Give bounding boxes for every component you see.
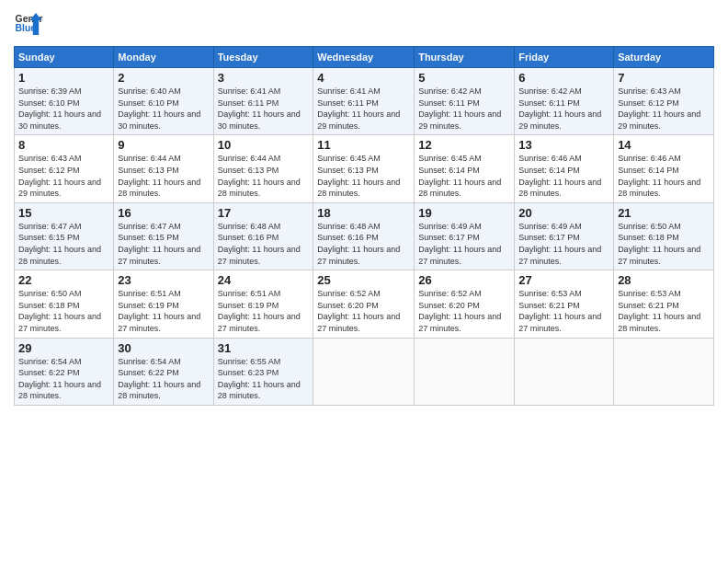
calendar-cell: 17Sunrise: 6:48 AMSunset: 6:16 PMDayligh… (213, 202, 313, 270)
day-info: Sunrise: 6:46 AMSunset: 6:14 PMDaylight:… (518, 153, 609, 199)
page-header: General Blue (14, 9, 714, 39)
day-number: 2 (118, 71, 209, 85)
calendar-cell: 28Sunrise: 6:53 AMSunset: 6:21 PMDayligh… (614, 270, 714, 338)
calendar-cell: 8Sunrise: 6:43 AMSunset: 6:12 PMDaylight… (15, 135, 114, 202)
day-number: 5 (418, 71, 510, 85)
day-info: Sunrise: 6:48 AMSunset: 6:16 PMDaylight:… (317, 221, 410, 267)
day-info: Sunrise: 6:53 AMSunset: 6:21 PMDaylight:… (618, 288, 710, 334)
calendar-header: SundayMondayTuesdayWednesdayThursdayFrid… (15, 47, 714, 68)
calendar-week: 15Sunrise: 6:47 AMSunset: 6:15 PMDayligh… (15, 202, 714, 270)
calendar-cell: 23Sunrise: 6:51 AMSunset: 6:19 PMDayligh… (114, 270, 213, 338)
day-info: Sunrise: 6:54 AMSunset: 6:22 PMDaylight:… (18, 356, 109, 402)
day-info: Sunrise: 6:51 AMSunset: 6:19 PMDaylight:… (218, 288, 310, 334)
day-info: Sunrise: 6:41 AMSunset: 6:11 PMDaylight:… (218, 86, 310, 132)
calendar-cell: 14Sunrise: 6:46 AMSunset: 6:14 PMDayligh… (614, 135, 714, 202)
day-number: 14 (618, 138, 710, 152)
calendar-cell: 29Sunrise: 6:54 AMSunset: 6:22 PMDayligh… (15, 338, 114, 405)
calendar-cell: 26Sunrise: 6:52 AMSunset: 6:20 PMDayligh… (415, 270, 515, 338)
day-number: 11 (317, 138, 410, 152)
day-info: Sunrise: 6:39 AMSunset: 6:10 PMDaylight:… (18, 86, 109, 132)
calendar-week: 22Sunrise: 6:50 AMSunset: 6:18 PMDayligh… (15, 270, 714, 338)
day-info: Sunrise: 6:42 AMSunset: 6:11 PMDaylight:… (418, 86, 510, 132)
day-number: 10 (218, 138, 310, 152)
day-info: Sunrise: 6:44 AMSunset: 6:13 PMDaylight:… (118, 153, 209, 199)
day-info: Sunrise: 6:47 AMSunset: 6:15 PMDaylight:… (18, 221, 109, 267)
day-header: Wednesday (313, 47, 415, 68)
day-info: Sunrise: 6:47 AMSunset: 6:15 PMDaylight:… (118, 221, 209, 267)
day-number: 12 (418, 138, 510, 152)
day-info: Sunrise: 6:49 AMSunset: 6:17 PMDaylight:… (418, 221, 510, 267)
calendar-cell: 21Sunrise: 6:50 AMSunset: 6:18 PMDayligh… (614, 202, 714, 270)
logo-icon: General Blue (14, 9, 43, 39)
day-header: Monday (114, 47, 213, 68)
day-info: Sunrise: 6:45 AMSunset: 6:14 PMDaylight:… (418, 153, 510, 199)
day-number: 21 (618, 206, 710, 220)
calendar-cell: 12Sunrise: 6:45 AMSunset: 6:14 PMDayligh… (415, 135, 515, 202)
day-info: Sunrise: 6:48 AMSunset: 6:16 PMDaylight:… (218, 221, 310, 267)
day-number: 28 (618, 273, 710, 287)
calendar-cell: 19Sunrise: 6:49 AMSunset: 6:17 PMDayligh… (415, 202, 515, 270)
day-info: Sunrise: 6:42 AMSunset: 6:11 PMDaylight:… (518, 86, 609, 132)
day-number: 6 (518, 71, 609, 85)
calendar-week: 1Sunrise: 6:39 AMSunset: 6:10 PMDaylight… (15, 68, 714, 135)
day-number: 18 (317, 206, 410, 220)
day-number: 8 (18, 138, 109, 152)
page-container: General Blue SundayMondayTuesdayWednesda… (0, 0, 728, 415)
calendar-cell: 4Sunrise: 6:41 AMSunset: 6:11 PMDaylight… (313, 68, 415, 135)
calendar-cell (415, 338, 515, 405)
day-info: Sunrise: 6:53 AMSunset: 6:21 PMDaylight:… (518, 288, 609, 334)
day-info: Sunrise: 6:46 AMSunset: 6:14 PMDaylight:… (618, 153, 710, 199)
day-number: 20 (518, 206, 609, 220)
calendar-cell: 13Sunrise: 6:46 AMSunset: 6:14 PMDayligh… (515, 135, 614, 202)
day-info: Sunrise: 6:49 AMSunset: 6:17 PMDaylight:… (518, 221, 609, 267)
calendar-cell: 20Sunrise: 6:49 AMSunset: 6:17 PMDayligh… (515, 202, 614, 270)
calendar-cell: 15Sunrise: 6:47 AMSunset: 6:15 PMDayligh… (15, 202, 114, 270)
calendar-cell: 31Sunrise: 6:55 AMSunset: 6:23 PMDayligh… (213, 338, 313, 405)
calendar-cell: 24Sunrise: 6:51 AMSunset: 6:19 PMDayligh… (213, 270, 313, 338)
day-number: 15 (18, 206, 109, 220)
day-info: Sunrise: 6:50 AMSunset: 6:18 PMDaylight:… (618, 221, 710, 267)
calendar-cell: 1Sunrise: 6:39 AMSunset: 6:10 PMDaylight… (15, 68, 114, 135)
calendar-cell: 3Sunrise: 6:41 AMSunset: 6:11 PMDaylight… (213, 68, 313, 135)
day-number: 22 (18, 273, 109, 287)
calendar-cell: 10Sunrise: 6:44 AMSunset: 6:13 PMDayligh… (213, 135, 313, 202)
day-header: Saturday (614, 47, 714, 68)
calendar-cell: 22Sunrise: 6:50 AMSunset: 6:18 PMDayligh… (15, 270, 114, 338)
day-number: 4 (317, 71, 410, 85)
calendar-cell: 18Sunrise: 6:48 AMSunset: 6:16 PMDayligh… (313, 202, 415, 270)
day-header: Sunday (15, 47, 114, 68)
day-number: 25 (317, 273, 410, 287)
day-header: Tuesday (213, 47, 313, 68)
day-info: Sunrise: 6:52 AMSunset: 6:20 PMDaylight:… (418, 288, 510, 334)
calendar-cell (614, 338, 714, 405)
day-number: 16 (118, 206, 209, 220)
day-number: 31 (218, 341, 310, 355)
day-header: Friday (515, 47, 614, 68)
calendar-cell: 16Sunrise: 6:47 AMSunset: 6:15 PMDayligh… (114, 202, 213, 270)
calendar-cell: 27Sunrise: 6:53 AMSunset: 6:21 PMDayligh… (515, 270, 614, 338)
day-number: 23 (118, 273, 209, 287)
day-info: Sunrise: 6:50 AMSunset: 6:18 PMDaylight:… (18, 288, 109, 334)
day-number: 3 (218, 71, 310, 85)
calendar-cell: 2Sunrise: 6:40 AMSunset: 6:10 PMDaylight… (114, 68, 213, 135)
day-number: 26 (418, 273, 510, 287)
logo: General Blue (14, 9, 43, 39)
calendar-cell: 7Sunrise: 6:43 AMSunset: 6:12 PMDaylight… (614, 68, 714, 135)
day-info: Sunrise: 6:44 AMSunset: 6:13 PMDaylight:… (218, 153, 310, 199)
calendar-cell (515, 338, 614, 405)
day-number: 13 (518, 138, 609, 152)
calendar-cell: 11Sunrise: 6:45 AMSunset: 6:13 PMDayligh… (313, 135, 415, 202)
header-row: SundayMondayTuesdayWednesdayThursdayFrid… (15, 47, 714, 68)
day-info: Sunrise: 6:54 AMSunset: 6:22 PMDaylight:… (118, 356, 209, 402)
day-header: Thursday (415, 47, 515, 68)
day-number: 17 (218, 206, 310, 220)
calendar-cell (313, 338, 415, 405)
calendar-cell: 25Sunrise: 6:52 AMSunset: 6:20 PMDayligh… (313, 270, 415, 338)
day-number: 24 (218, 273, 310, 287)
calendar-week: 8Sunrise: 6:43 AMSunset: 6:12 PMDaylight… (15, 135, 714, 202)
day-number: 30 (118, 341, 209, 355)
calendar-cell: 30Sunrise: 6:54 AMSunset: 6:22 PMDayligh… (114, 338, 213, 405)
day-info: Sunrise: 6:55 AMSunset: 6:23 PMDaylight:… (218, 356, 310, 402)
calendar-cell: 6Sunrise: 6:42 AMSunset: 6:11 PMDaylight… (515, 68, 614, 135)
calendar-table: SundayMondayTuesdayWednesdayThursdayFrid… (14, 46, 714, 406)
